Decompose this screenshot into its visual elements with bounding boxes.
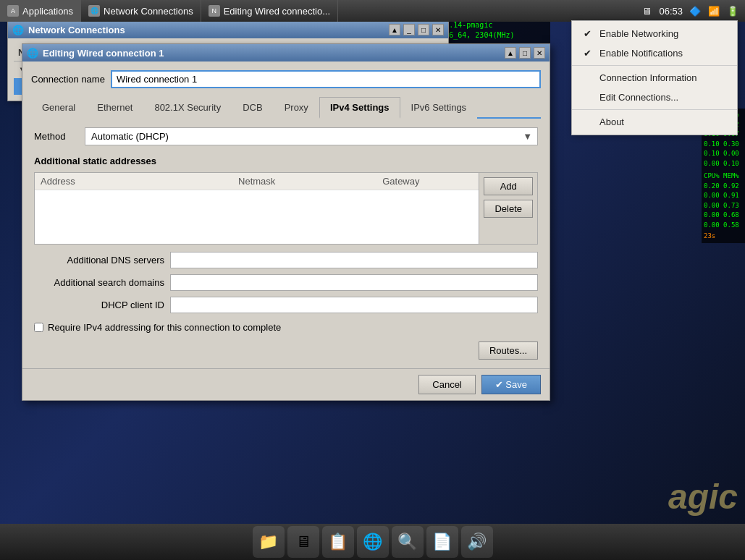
applications-icon: A (7, 5, 19, 17)
dock-terminal[interactable]: 🖥 (287, 526, 319, 558)
edit-dialog-content: Connection name General Ethernet 802.1X … (22, 61, 550, 368)
dock-files2[interactable]: 📋 (322, 526, 354, 558)
dock-search[interactable]: 🔍 (392, 526, 424, 558)
networking-check: ✔ (584, 28, 595, 39)
ipv4-tab-content: Method Automatic (DHCP) Manual Link-Loca… (31, 127, 541, 360)
edit-dialog-up-btn[interactable]: ▲ (505, 47, 516, 59)
netconn-title-text: Network Connections (28, 25, 125, 35)
menu-about[interactable]: About (572, 112, 737, 132)
tab-ipv4[interactable]: IPv4 Settings (319, 97, 400, 119)
save-button[interactable]: ✔ Save (481, 375, 541, 394)
display-icon: 🖥 (640, 4, 653, 17)
method-label: Method (34, 131, 77, 142)
addr-table: Address Netmask Gateway (35, 173, 479, 244)
netconn-up-btn[interactable]: ▲ (389, 24, 400, 35)
netconn-title-icon: 🌐 (12, 25, 24, 35)
netconn-controls: ▲ _ □ ✕ (389, 24, 444, 35)
menu-separator (572, 65, 737, 66)
edit-dialog-titlebar: 🌐 Editing Wired connection 1 ▲ □ ✕ (22, 44, 550, 61)
battery-icon: 🔋 (726, 4, 739, 17)
taskbar-network-connections[interactable]: 🌐 Network Connections (81, 0, 201, 22)
editing-icon: N (209, 5, 220, 17)
dns-input[interactable] (170, 252, 538, 268)
edit-dialog: 🌐 Editing Wired connection 1 ▲ □ ✕ Conne… (22, 43, 550, 401)
addr-side-btns: Add Delete (479, 173, 537, 244)
dock-docs[interactable]: 📄 (426, 526, 458, 558)
conn-name-label: Connection name (31, 74, 105, 85)
network-icon[interactable]: 📶 (707, 4, 720, 17)
cancel-button[interactable]: Cancel (418, 375, 475, 394)
netconn-icon: 🌐 (88, 5, 100, 17)
method-select[interactable]: Automatic (DHCP) Manual Link-Local Only … (85, 127, 538, 145)
netconn-titlebar: 🌐 Network Connections ▲ _ □ ✕ (8, 21, 448, 38)
edit-dialog-icon: 🌐 (27, 48, 38, 59)
clock: 06:53 (659, 6, 683, 17)
addr-table-header: Address Netmask Gateway (35, 173, 479, 190)
notifications-check: ✔ (584, 48, 595, 59)
dhcp-label: DHCP client ID (34, 300, 164, 310)
dhcp-input[interactable] (170, 297, 538, 313)
taskbar-top: A Applications 🌐 Network Connections N E… (0, 0, 745, 22)
dns-label: Additional DNS servers (34, 255, 164, 266)
tab-ethernet[interactable]: Ethernet (86, 97, 143, 119)
dock-files[interactable]: 📁 (253, 526, 285, 558)
taskbar-bottom: 📁 🖥 📋 🌐 🔍 📄 🔊 (0, 524, 745, 560)
search-row: Additional search domains (34, 274, 538, 291)
tab-general[interactable]: General (31, 97, 86, 119)
search-label: Additional search domains (34, 277, 164, 288)
edit-dialog-maximize-btn[interactable]: □ (519, 47, 531, 59)
bluetooth-icon: 🔷 (689, 4, 702, 17)
delete-address-btn[interactable]: Delete (484, 200, 533, 218)
menu-edit-connections[interactable]: Edit Connections... (572, 88, 737, 107)
edit-dialog-title: Editing Wired connection 1 (43, 48, 164, 59)
taskbar-right: 🖥 06:53 🔷 📶 🔋 (640, 0, 745, 22)
routes-btn[interactable]: Routes... (479, 341, 538, 360)
addr-table-wrapper: Address Netmask Gateway Add Delete (34, 172, 538, 245)
dock-volume[interactable]: 🔊 (461, 526, 493, 558)
menu-separator-2 (572, 109, 737, 110)
conn-name-input[interactable] (111, 70, 541, 88)
dns-row: Additional DNS servers (34, 252, 538, 268)
static-addresses-title: Additional static addresses (34, 156, 538, 166)
netconn-maximize-btn[interactable]: □ (418, 24, 429, 35)
tabs: General Ethernet 802.1X Security DCB Pro… (31, 97, 541, 119)
routes-row: Routes... (34, 341, 538, 360)
tab-dcb[interactable]: DCB (232, 97, 273, 119)
dhcp-row: DHCP client ID (34, 297, 538, 313)
require-ipv4-checkbox[interactable] (34, 323, 43, 332)
tab-proxy[interactable]: Proxy (274, 97, 319, 119)
taskbar-applications[interactable]: A Applications (0, 0, 81, 22)
method-row: Method Automatic (DHCP) Manual Link-Loca… (34, 127, 538, 145)
require-ipv4-row: Require IPv4 addressing for this connect… (34, 322, 538, 333)
edit-dialog-controls: ▲ □ ✕ (505, 47, 545, 59)
netconn-close-btn[interactable]: ✕ (432, 24, 444, 35)
taskbar-editing[interactable]: N Editing Wired connectio... (201, 0, 338, 22)
require-ipv4-label: Require IPv4 addressing for this connect… (48, 322, 281, 333)
menu-enable-networking[interactable]: ✔ Enable Networking (572, 24, 737, 43)
method-select-wrapper: Automatic (DHCP) Manual Link-Local Only … (85, 127, 538, 145)
dock-browser[interactable]: 🌐 (357, 526, 389, 558)
tab-ipv6[interactable]: IPv6 Settings (400, 97, 478, 119)
menu-enable-notifications[interactable]: ✔ Enable Notifications (572, 43, 737, 63)
edit-dialog-close-btn[interactable]: ✕ (534, 47, 545, 59)
search-input[interactable] (170, 274, 538, 291)
menu-connection-info[interactable]: Connection Information (572, 68, 737, 88)
tab-8021x[interactable]: 802.1X Security (143, 97, 232, 119)
conn-name-row: Connection name (31, 70, 541, 88)
dropdown-menu: ✔ Enable Networking ✔ Enable Notificatio… (571, 20, 738, 135)
add-address-btn[interactable]: Add (484, 177, 533, 195)
deco-text: agic (668, 477, 738, 517)
dialog-buttons: Cancel ✔ Save (22, 368, 550, 400)
netconn-minimize-btn[interactable]: _ (403, 24, 415, 35)
